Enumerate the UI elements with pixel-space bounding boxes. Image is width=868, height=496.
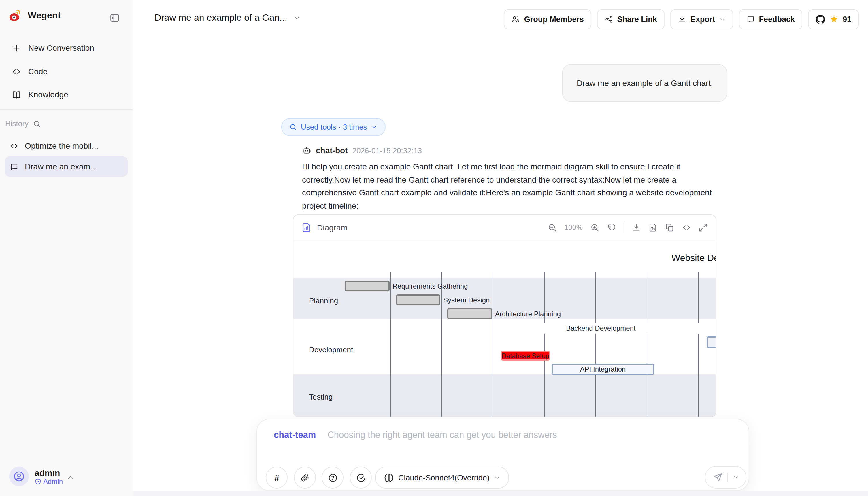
gantt-section-band <box>293 374 716 417</box>
robot-icon <box>302 146 311 155</box>
message-input-placeholder[interactable]: Choosing the right agent team can get yo… <box>328 430 557 440</box>
gantt-gridline <box>493 272 493 417</box>
gantt-section-label: Testing <box>309 392 333 401</box>
gantt-task-bar <box>396 294 440 305</box>
chat-icon <box>10 162 18 171</box>
chevron-up-icon[interactable] <box>66 474 74 482</box>
code-icon <box>12 66 21 76</box>
gantt-task-label: Database Setup <box>502 352 549 359</box>
gantt-task-label: API Integration <box>580 365 626 373</box>
main-area: Draw me an example of a Gan... Group Mem… <box>133 0 868 496</box>
plus-icon <box>12 43 21 53</box>
chevron-down-icon <box>732 474 738 480</box>
send-icon <box>713 472 722 482</box>
gantt-task-bar <box>447 308 492 319</box>
agent-team-name[interactable]: chat-team <box>274 430 316 440</box>
share-icon <box>605 15 613 24</box>
sidebar-divider <box>0 109 133 110</box>
check-circle-icon <box>356 473 366 482</box>
gantt-gridline <box>595 272 596 417</box>
send-button[interactable] <box>705 466 746 489</box>
view-code-icon[interactable] <box>682 223 691 232</box>
gantt-gridline <box>544 272 545 417</box>
bot-name: chat-bot <box>316 146 348 155</box>
gantt-chart: Website Development Project TimelinePlan… <box>293 240 716 417</box>
history-item-selected[interactable]: Draw me an exam... <box>5 156 128 177</box>
gantt-task-label: Architecture Planning <box>495 310 561 318</box>
reset-view-icon[interactable] <box>607 223 616 232</box>
zoom-out-icon[interactable] <box>548 223 557 232</box>
zoom-level: 100% <box>564 223 583 231</box>
hash-icon: # <box>274 473 279 482</box>
app-name: Wegent <box>28 10 61 21</box>
chevron-down-icon <box>719 16 725 22</box>
diagram-file-icon <box>302 222 312 232</box>
shield-check-icon <box>34 478 42 485</box>
gantt-title: Website Development Project Timeline <box>671 253 716 263</box>
feedback-button[interactable]: Feedback <box>738 9 802 29</box>
brain-icon <box>384 473 394 482</box>
star-icon <box>829 15 839 24</box>
paperclip-icon <box>300 473 309 482</box>
user-profile[interactable]: admin Admin <box>9 467 63 486</box>
chevron-down-icon <box>293 14 301 22</box>
weibo-logo-icon <box>8 8 23 23</box>
conversation-title-row[interactable]: Draw me an example of a Gan... <box>154 13 301 23</box>
search-icon <box>289 123 297 131</box>
chevron-down-icon <box>371 124 378 130</box>
tasks-button[interactable] <box>350 467 372 489</box>
bot-message-meta: chat-bot 2026-01-15 20:32:13 <box>302 146 422 155</box>
toolbar-divider <box>624 222 624 232</box>
gantt-gridline <box>647 272 647 417</box>
gantt-task-label: System Design <box>443 296 490 304</box>
help-icon <box>328 473 337 482</box>
gantt-task-label: Backend Development <box>566 324 636 332</box>
sidebar-item-knowledge[interactable]: Knowledge <box>6 83 127 105</box>
history-item-label: Draw me an exam... <box>25 162 97 171</box>
model-name: Claude-Sonnet4(Override) <box>398 473 490 482</box>
sidebar-collapse-icon[interactable] <box>109 13 120 23</box>
share-link-button[interactable]: Share Link <box>597 9 665 29</box>
export-image-icon[interactable] <box>649 223 658 232</box>
gantt-section-label: Development <box>309 345 353 354</box>
gantt-section-label: Planning <box>309 296 338 305</box>
sidebar-item-code[interactable]: Code <box>6 61 127 82</box>
bot-message-text: I'll help you create an example Gantt ch… <box>302 160 717 212</box>
gantt-gridline <box>441 272 442 417</box>
feedback-icon <box>746 15 755 24</box>
star-count: 91 <box>843 15 851 24</box>
export-button[interactable]: Export <box>670 9 733 29</box>
gantt-task-label: Requirements Gathering <box>393 282 468 290</box>
user-role-badge: Admin <box>34 477 63 485</box>
download-icon[interactable] <box>632 223 641 232</box>
download-icon <box>678 15 686 24</box>
history-item[interactable]: Optimize the mobil... <box>5 136 128 156</box>
book-icon <box>12 90 21 99</box>
diagram-toolbar: Diagram 100% <box>293 215 716 240</box>
sidebar: Wegent New Conversation Code Knowledge <box>0 0 133 496</box>
zoom-in-icon[interactable] <box>590 223 599 232</box>
user-message-bubble: Draw me an example of a Gantt chart. <box>562 64 727 102</box>
sidebar-item-label: New Conversation <box>28 43 94 52</box>
model-selector[interactable]: Claude-Sonnet4(Override) <box>375 467 509 489</box>
bottom-strip <box>133 491 868 496</box>
sidebar-item-label: Code <box>28 67 48 76</box>
fullscreen-icon[interactable] <box>699 223 708 232</box>
sidebar-item-new-conversation[interactable]: New Conversation <box>6 37 127 59</box>
github-icon <box>816 14 825 24</box>
history-label: History <box>5 119 29 128</box>
gantt-task-bar <box>345 281 390 292</box>
copy-icon[interactable] <box>665 223 674 232</box>
help-button[interactable] <box>322 467 344 489</box>
gantt-gridline <box>390 272 391 417</box>
used-tools-toggle[interactable]: Used tools · 3 times <box>281 118 385 136</box>
send-divider <box>727 473 728 482</box>
hash-button[interactable]: # <box>266 467 288 489</box>
attach-button[interactable] <box>294 467 316 489</box>
github-stars-button[interactable]: 91 <box>808 9 859 29</box>
group-members-button[interactable]: Group Members <box>504 9 591 29</box>
chevron-down-icon <box>494 475 501 481</box>
history-item-label: Optimize the mobil... <box>25 141 98 150</box>
composer: chat-team Choosing the right agent team … <box>257 419 749 491</box>
search-icon[interactable] <box>33 120 41 128</box>
